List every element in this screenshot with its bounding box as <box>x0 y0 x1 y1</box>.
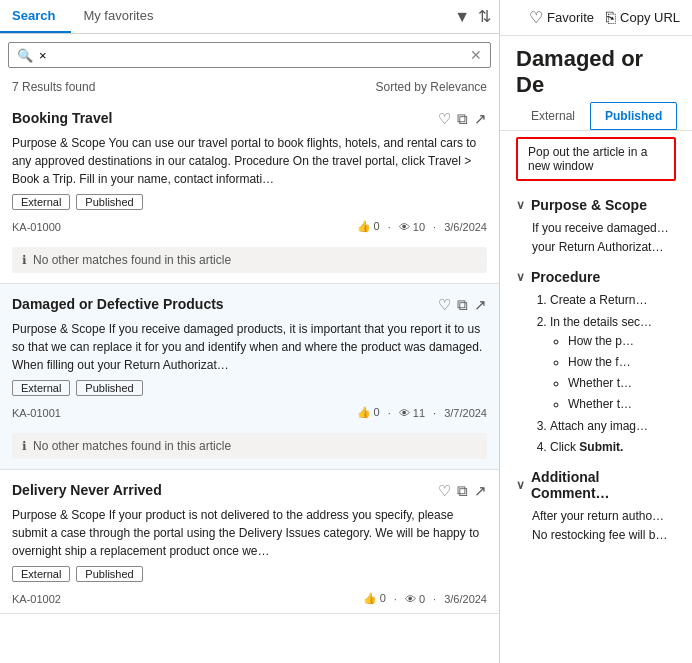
dot2: · <box>433 221 436 233</box>
share-icon[interactable]: ⧉ <box>457 110 468 128</box>
additional-text-2: No restocking fee will b… <box>532 526 676 545</box>
tab-favorites-label: My favorites <box>83 8 153 23</box>
dot: · <box>394 593 397 605</box>
favorite-button[interactable]: ♡ Favorite <box>529 8 594 27</box>
tag-published: Published <box>76 566 142 582</box>
tag-external: External <box>12 194 70 210</box>
favorite-icon[interactable]: ♡ <box>438 110 451 128</box>
search-bar[interactable]: 🔍 ✕ <box>8 42 491 68</box>
article-actions: ♡ ⧉ ↗ <box>438 482 487 500</box>
table-row[interactable]: Delivery Never Arrived ♡ ⧉ ↗ Purpose & S… <box>0 470 499 614</box>
section-title-additional: ∨ Additional Comment… <box>516 469 676 501</box>
section-additional: ∨ Additional Comment… After your return … <box>516 469 676 545</box>
share-icon[interactable]: ⧉ <box>457 296 468 314</box>
open-icon[interactable]: ↗ <box>474 296 487 314</box>
article-title: Damaged or Defective Products <box>12 296 438 312</box>
article-meta: 👍 0 · 👁 10 · 3/6/2024 <box>357 220 487 233</box>
article-header: Damaged or Defective Products ♡ ⧉ ↗ <box>12 296 487 314</box>
popout-banner[interactable]: Pop out the article in a new window <box>516 137 676 181</box>
info-icon: ℹ <box>22 439 27 453</box>
open-icon[interactable]: ↗ <box>474 482 487 500</box>
sort-button[interactable]: ⇅ <box>478 7 491 26</box>
section-label: Additional Comment… <box>531 469 676 501</box>
right-panel: ♡ Favorite ⎘ Copy URL Damaged or De Exte… <box>500 0 692 663</box>
article-id: KA-01001 <box>12 407 61 419</box>
tab-published[interactable]: Published <box>590 102 677 130</box>
sort-icon: ⇅ <box>478 7 491 26</box>
article-tags: External Published <box>12 194 487 210</box>
article-meta: 👍 0 · 👁 11 · 3/7/2024 <box>357 406 487 419</box>
tab-external[interactable]: External <box>516 102 590 130</box>
tab-favorites[interactable]: My favorites <box>71 0 169 33</box>
right-content: ∨ Purpose & Scope If you receive damaged… <box>500 187 692 663</box>
date: 3/7/2024 <box>444 407 487 419</box>
likes: 👍 0 <box>357 220 380 233</box>
no-match-banner: ℹ No other matches found in this article <box>12 433 487 459</box>
favorite-icon[interactable]: ♡ <box>438 296 451 314</box>
right-tab-bar: External Published <box>500 102 692 131</box>
article-detail-title: Damaged or De <box>500 36 692 102</box>
tab-bar: Search My favorites ▼ ⇅ <box>0 0 499 34</box>
section-body-additional: After your return autho… No restocking f… <box>516 507 676 545</box>
views: 👁 11 <box>399 407 425 419</box>
section-title-purpose: ∨ Purpose & Scope <box>516 197 676 213</box>
copy-icon: ⎘ <box>606 9 616 27</box>
list-item: Click Submit. <box>550 438 676 457</box>
no-match-banner: ℹ No other matches found in this article <box>12 247 487 273</box>
likes: 👍 0 <box>363 592 386 605</box>
heart-icon: ♡ <box>529 8 543 27</box>
tag-external: External <box>12 566 70 582</box>
list-item: In the details sec… How the p… How the f… <box>550 313 676 415</box>
article-meta: 👍 0 · 👁 0 · 3/6/2024 <box>363 592 487 605</box>
article-tags: External Published <box>12 380 487 396</box>
additional-text-1: After your return autho… <box>532 507 676 526</box>
filter-button[interactable]: ▼ <box>454 8 470 26</box>
article-actions: ♡ ⧉ ↗ <box>438 296 487 314</box>
article-header: Booking Travel ♡ ⧉ ↗ <box>12 110 487 128</box>
article-actions: ♡ ⧉ ↗ <box>438 110 487 128</box>
article-footer: KA-01002 👍 0 · 👁 0 · 3/6/2024 <box>12 588 487 613</box>
open-icon[interactable]: ↗ <box>474 110 487 128</box>
tab-search-label: Search <box>12 8 55 23</box>
dot: · <box>388 221 391 233</box>
dot2: · <box>433 407 436 419</box>
section-body-procedure: Create a Return… In the details sec… How… <box>516 291 676 457</box>
share-icon[interactable]: ⧉ <box>457 482 468 500</box>
chevron-icon: ∨ <box>516 270 525 284</box>
dot: · <box>388 407 391 419</box>
list-item: Whether t… <box>568 395 676 414</box>
no-match-text: No other matches found in this article <box>33 253 231 267</box>
article-tags: External Published <box>12 566 487 582</box>
favorite-label: Favorite <box>547 10 594 25</box>
list-item: Whether t… <box>568 374 676 393</box>
article-footer: KA-01001 👍 0 · 👁 11 · 3/7/2024 <box>12 402 487 427</box>
info-icon: ℹ <box>22 253 27 267</box>
right-header: ♡ Favorite ⎘ Copy URL <box>500 0 692 36</box>
article-title: Delivery Never Arrived <box>12 482 438 498</box>
results-count: 7 Results found <box>12 80 95 94</box>
favorite-icon[interactable]: ♡ <box>438 482 451 500</box>
article-text: Purpose & Scope If your product is not d… <box>12 508 479 558</box>
table-row[interactable]: Damaged or Defective Products ♡ ⧉ ↗ Purp… <box>0 284 499 470</box>
section-body-purpose: If you receive damaged… your Return Auth… <box>516 219 676 257</box>
date: 3/6/2024 <box>444 593 487 605</box>
list-item: Attach any imag… <box>550 417 676 436</box>
copy-url-button[interactable]: ⎘ Copy URL <box>606 9 680 27</box>
tab-search[interactable]: Search <box>0 0 71 33</box>
search-input[interactable] <box>39 48 470 63</box>
popout-label: Pop out the article in a new window <box>528 145 647 173</box>
table-row[interactable]: Booking Travel ♡ ⧉ ↗ Purpose & Scope You… <box>0 98 499 284</box>
section-purpose: ∨ Purpose & Scope If you receive damaged… <box>516 197 676 257</box>
copy-url-label: Copy URL <box>620 10 680 25</box>
results-header: 7 Results found Sorted by Relevance <box>0 76 499 98</box>
tag-published: Published <box>76 194 142 210</box>
no-match-text: No other matches found in this article <box>33 439 231 453</box>
article-text: Purpose & Scope You can use our travel p… <box>12 136 476 186</box>
clear-icon[interactable]: ✕ <box>470 47 482 63</box>
tab-actions: ▼ ⇅ <box>446 0 499 33</box>
section-label: Procedure <box>531 269 600 285</box>
views: 👁 10 <box>399 221 425 233</box>
article-footer: KA-01000 👍 0 · 👁 10 · 3/6/2024 <box>12 216 487 241</box>
article-text: Purpose & Scope If you receive damaged p… <box>12 322 482 372</box>
search-icon: 🔍 <box>17 48 33 63</box>
